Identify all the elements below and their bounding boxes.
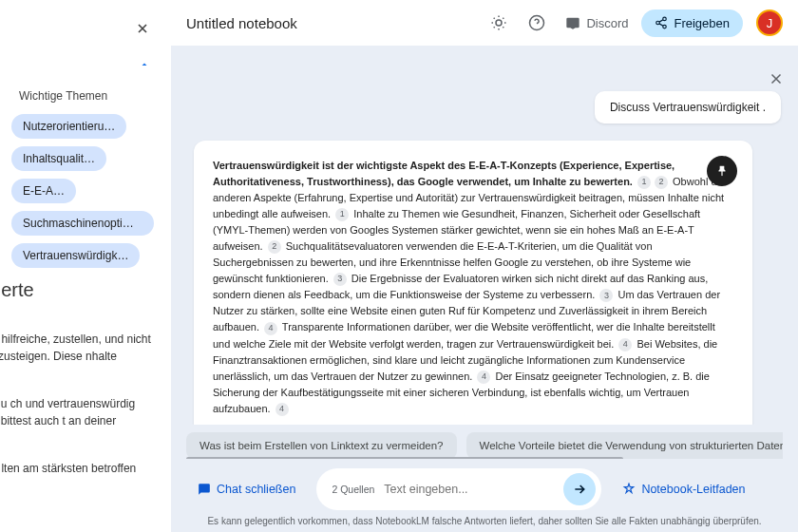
svg-point-0 (496, 20, 502, 26)
close-icon[interactable] (768, 70, 785, 87)
topic-chip[interactable]: Nutzerorientieru… (11, 114, 126, 139)
svg-point-4 (663, 25, 667, 28)
theme-icon[interactable] (484, 8, 514, 38)
assistant-text: Vertrauenswürdigkeit ist der wichtigste … (213, 158, 733, 417)
send-button[interactable] (563, 473, 596, 505)
sources-count[interactable]: 2 Quellen (332, 484, 374, 495)
pin-button[interactable] (707, 156, 737, 186)
discord-button[interactable]: Discord (560, 11, 634, 34)
background-document: , nutzerorientierte sind darauf ausgeleg… (0, 276, 152, 490)
chevron-up-icon[interactable] (139, 59, 150, 70)
notebook-title[interactable]: Untitled notebook (186, 15, 476, 31)
chat-input-box[interactable]: 2 Quellen (316, 468, 601, 510)
notebook-guide-button[interactable]: Notebook-Leitfaden (611, 475, 756, 504)
suggestion-chip[interactable]: Was ist beim Erstellen von Linktext zu v… (186, 432, 457, 459)
sidebar-heading: Wichtige Themen (19, 89, 160, 103)
topic-chip[interactable]: Suchmaschinenoptimier… (11, 211, 154, 236)
user-message: Discuss Vertrauenswürdigkeit . (595, 91, 781, 124)
topic-chip[interactable]: Vertrauenswürdigk… (11, 243, 140, 268)
suggestion-chip[interactable]: Welche Vorteile bietet die Verwendung vo… (466, 432, 783, 459)
close-chat-button[interactable]: Chat schließen (186, 475, 307, 504)
topic-chip[interactable]: E-E-A… (11, 179, 76, 203)
svg-point-2 (663, 17, 667, 21)
topic-chip[interactable]: Inhaltsqualit… (11, 146, 106, 171)
disclaimer: Es kann gelegentlich vorkommen, dass Not… (186, 516, 783, 526)
help-icon[interactable] (522, 8, 552, 38)
chat-input[interactable] (384, 483, 563, 496)
share-button[interactable]: Freigeben (641, 10, 743, 37)
assistant-message: Vertrauenswürdigkeit ist der wichtigste … (194, 141, 752, 464)
close-icon[interactable] (135, 21, 150, 36)
svg-point-3 (656, 21, 660, 25)
avatar[interactable]: J (756, 10, 783, 36)
scrollbar[interactable] (186, 457, 623, 459)
